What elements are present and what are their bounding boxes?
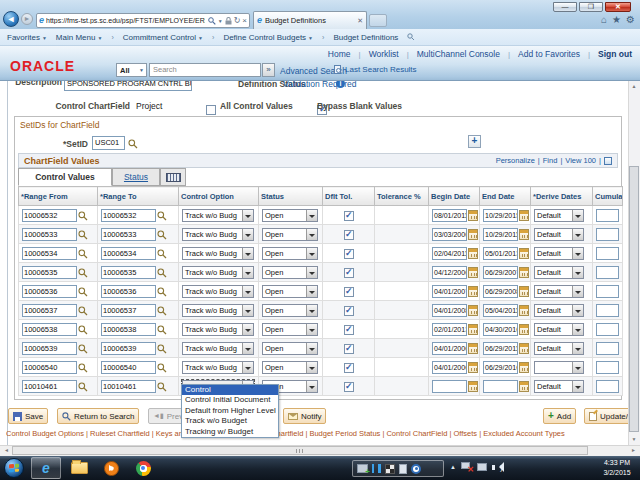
end-date-input[interactable]: 06/29/2016 [483,361,518,374]
tab-status[interactable]: Status [112,168,160,186]
add-setid-row-button[interactable] [468,135,481,148]
dropdown-option[interactable]: Control [182,385,278,395]
cumulative-input[interactable] [596,285,619,298]
lookup-icon[interactable] [78,363,88,373]
related-link[interactable]: Budget Period Status [309,429,380,438]
range-from-input[interactable]: 10006534 [22,247,77,260]
begin-date-input[interactable]: 04/12/2006 [432,266,467,279]
add-button[interactable]: +Add [543,408,576,424]
related-link[interactable]: Control ChartField [386,429,447,438]
personalize-link[interactable]: Personalize [496,156,535,165]
status-select[interactable]: Open [262,323,318,336]
dflt-tol-checkbox[interactable] [344,344,354,354]
derive-dates-select[interactable] [534,361,584,374]
browser-tab[interactable]: Budget Definitions ✕ [253,11,367,29]
status-select[interactable]: Open [262,266,318,279]
lookup-icon[interactable] [78,344,88,354]
last-search-results-link[interactable]: Last Search Results [334,65,417,74]
begin-date-input[interactable]: 02/01/2013 [432,323,467,336]
pause-icon[interactable] [372,464,381,473]
dflt-tol-checkbox[interactable] [344,211,354,221]
range-to-input[interactable]: 10006538 [101,323,156,336]
status-select[interactable]: Open [262,342,318,355]
lookup-icon[interactable] [157,287,167,297]
taskbar-media-player-icon[interactable] [96,457,126,479]
calendar-icon[interactable] [468,229,478,240]
update-display-button[interactable]: Update/Disp [584,408,630,424]
control-option-select[interactable]: Track w/o Budg [182,228,254,241]
lookup-icon[interactable] [157,344,167,354]
lookup-icon[interactable] [78,268,88,278]
range-from-input[interactable]: 10006538 [22,323,77,336]
new-tab-button[interactable] [369,14,387,27]
calendar-icon[interactable] [519,229,529,240]
range-to-input[interactable]: 10006533 [101,228,156,241]
derive-dates-select[interactable]: Default [534,323,584,336]
lookup-icon[interactable] [157,211,167,221]
dflt-tol-checkbox[interactable] [344,325,354,335]
favorites-star-icon[interactable]: ★ [612,14,621,25]
forward-button[interactable]: ► [21,13,33,25]
dflt-tol-checkbox[interactable] [344,287,354,297]
control-option-select[interactable]: Track w/o Budg [182,361,254,374]
calendar-icon[interactable] [519,210,529,221]
calendar-icon[interactable] [519,248,529,259]
refresh-icon[interactable]: ↻ [234,16,241,26]
control-option-select[interactable]: Track w/o Budg [182,285,254,298]
tab-control-values[interactable]: Control Values [18,168,112,186]
end-date-input[interactable]: 06/29/2011 [483,342,518,355]
related-link[interactable]: Excluded Account Types [483,429,565,438]
derive-dates-select[interactable]: Default [534,266,584,279]
address-bar[interactable]: https://fms-tst.ps.sc.edu/psp/FTST/EMPLO… [36,13,250,28]
dropdown-option[interactable]: Tracking w/ Budget [182,427,278,437]
volume-icon[interactable]: ) [492,462,505,473]
notify-button[interactable]: Notify [283,408,326,424]
breadcrumb-main-menu[interactable]: Main Menu▼ [56,33,103,42]
derive-dates-select[interactable]: Default [534,380,584,393]
end-date-input[interactable]: 06/29/2008 [483,285,518,298]
address-dropdown-icon[interactable]: ▼ [218,16,223,26]
horizontal-scrollbar-thumb[interactable] [12,446,588,455]
tray-expand-icon[interactable]: ▲ [450,464,456,470]
portal-link-home[interactable]: Home [328,49,351,59]
setid-lookup-icon[interactable] [128,139,138,149]
cumulative-input[interactable] [596,266,619,279]
show-all-columns-tab[interactable] [160,168,186,186]
calendar-icon[interactable] [468,210,478,221]
scroll-right-arrow[interactable]: ► [628,446,639,455]
dflt-tol-checkbox[interactable] [344,382,354,392]
calendar-icon[interactable] [519,343,529,354]
end-date-input[interactable]: 05/04/2011 [483,304,518,317]
dflt-tol-checkbox[interactable] [344,249,354,259]
calendar-icon[interactable] [468,362,478,373]
scroll-down-arrow[interactable]: ▼ [628,434,640,445]
calendar-icon[interactable] [468,324,478,335]
lookup-icon[interactable] [157,363,167,373]
display-add-icon[interactable] [357,464,368,473]
range-from-input[interactable]: 10006539 [22,342,77,355]
lookup-icon[interactable] [78,306,88,316]
begin-date-input[interactable]: 08/01/2011 [432,209,467,222]
calendar-icon[interactable] [468,267,478,278]
lookup-icon[interactable] [78,325,88,335]
end-date-input[interactable]: 10/29/2011 [483,228,518,241]
lookup-icon[interactable] [157,325,167,335]
breadcrumb-budget-definitions[interactable]: Budget Definitions [333,33,398,42]
taskbar-clock[interactable]: 4:33 PM 3/2/2015 [596,458,638,478]
lookup-icon[interactable] [157,382,167,392]
all-control-values-checkbox[interactable] [206,105,216,115]
setid-input[interactable]: USC01 [92,136,125,150]
close-button[interactable]: ✕ [605,2,631,12]
begin-date-input[interactable]: 04/01/2006 [432,361,467,374]
range-from-input[interactable]: 10006532 [22,209,77,222]
portal-link-sign-out[interactable]: Sign out [598,49,632,59]
control-option-select[interactable]: Track w/o Budg [182,209,254,222]
begin-date-input[interactable]: 04/01/2006 [432,342,467,355]
lookup-icon[interactable] [157,306,167,316]
cumulative-input[interactable] [596,304,619,317]
lookup-icon[interactable] [78,211,88,221]
cumulative-input[interactable] [596,342,619,355]
home-icon[interactable]: ⌂ [601,14,607,25]
range-to-input[interactable]: 10006535 [101,266,156,279]
tab-close-icon[interactable]: ✕ [357,17,363,25]
